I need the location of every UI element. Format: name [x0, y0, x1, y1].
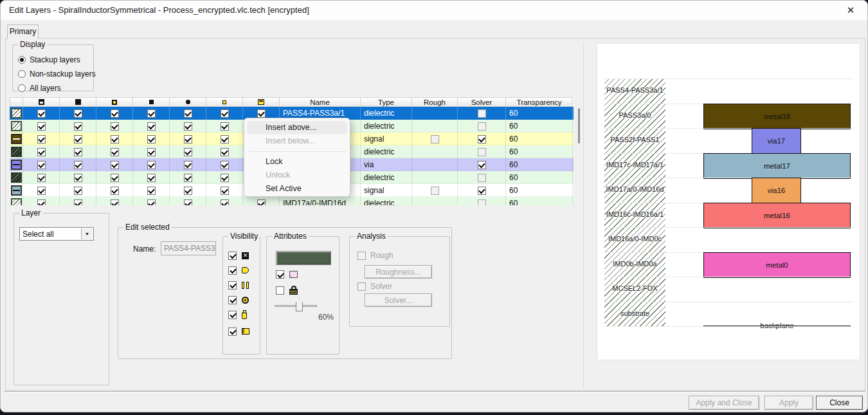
column-header-rough[interactable]: Rough — [412, 97, 458, 107]
transparency-slider-thumb[interactable] — [296, 299, 303, 311]
checkbox[interactable] — [221, 109, 229, 118]
checkbox[interactable] — [221, 122, 229, 131]
solver-checkbox[interactable] — [478, 174, 486, 182]
radio-icon[interactable] — [18, 84, 26, 92]
checkbox[interactable] — [37, 135, 46, 143]
checkbox[interactable] — [221, 174, 229, 182]
checkbox[interactable] — [37, 161, 46, 169]
visibility-checkbox[interactable] — [228, 266, 237, 275]
checkbox[interactable] — [111, 174, 119, 182]
checkbox[interactable] — [74, 122, 82, 131]
checkbox[interactable] — [74, 135, 82, 143]
checkbox[interactable] — [147, 161, 156, 169]
checkbox[interactable] — [147, 148, 156, 156]
menu-item-insert-below---[interactable]: Insert below... — [247, 134, 347, 148]
column-header-type[interactable]: Type — [361, 97, 412, 107]
column-header-yellow-square-icon[interactable] — [206, 97, 243, 107]
checkbox[interactable] — [221, 199, 229, 206]
checkbox[interactable] — [184, 199, 192, 206]
checkbox[interactable] — [37, 109, 46, 118]
chevron-down-icon[interactable]: ▼ — [81, 228, 93, 239]
solver-checkbox[interactable] — [478, 135, 486, 143]
checkbox[interactable] — [221, 187, 229, 195]
solver-checkbox[interactable] — [357, 282, 366, 291]
rough-checkbox[interactable] — [431, 135, 439, 143]
checkbox[interactable] — [221, 148, 229, 156]
checkbox[interactable] — [147, 109, 156, 118]
apply-button[interactable]: Apply — [764, 396, 813, 410]
pattern-checkbox[interactable] — [276, 270, 284, 279]
checkbox[interactable] — [74, 174, 82, 182]
close-icon[interactable]: ✕ — [840, 3, 861, 17]
checkbox[interactable] — [147, 122, 156, 131]
checkbox[interactable] — [111, 122, 119, 131]
checkbox[interactable] — [147, 174, 156, 182]
layer-select-dropdown[interactable]: Select all ▼ — [19, 227, 94, 241]
solver-checkbox[interactable] — [478, 161, 486, 169]
solver-checkbox[interactable] — [478, 187, 486, 195]
checkbox[interactable] — [74, 187, 82, 195]
radio-icon[interactable] — [18, 56, 26, 64]
checkbox[interactable] — [257, 109, 266, 118]
checkbox[interactable] — [111, 161, 119, 169]
visibility-checkbox[interactable] — [228, 296, 237, 304]
solver-checkbox[interactable] — [478, 122, 486, 131]
checkbox[interactable] — [37, 122, 46, 131]
checkbox[interactable] — [184, 109, 192, 118]
menu-item-lock[interactable]: Lock — [247, 155, 347, 169]
checkbox[interactable] — [184, 148, 192, 156]
column-header-solver[interactable]: Solver — [458, 97, 506, 107]
lock-checkbox[interactable] — [276, 286, 284, 295]
column-header-transparency[interactable]: Transparency — [506, 97, 573, 107]
apply-and-close-button[interactable]: Apply and Close — [689, 396, 759, 410]
checkbox[interactable] — [37, 148, 46, 156]
checkbox[interactable] — [184, 135, 192, 143]
solver-checkbox[interactable] — [478, 109, 486, 118]
menu-item-set-active[interactable]: Set Active — [247, 182, 347, 196]
checkbox[interactable] — [74, 109, 82, 118]
checkbox[interactable] — [184, 161, 192, 169]
column-header-shape-visibility-icon[interactable] — [23, 97, 60, 107]
column-header-text-flag-icon[interactable] — [243, 97, 280, 107]
checkbox[interactable] — [37, 187, 46, 195]
solver-button[interactable]: Solver... — [365, 293, 432, 307]
layer-color-button[interactable] — [276, 251, 331, 265]
table-scrollbar-thumb[interactable] — [578, 108, 580, 143]
checkbox[interactable] — [221, 161, 229, 169]
checkbox[interactable] — [111, 109, 119, 118]
visibility-checkbox[interactable] — [228, 327, 237, 336]
column-header-small-square-icon[interactable] — [133, 97, 170, 107]
checkbox[interactable] — [111, 187, 119, 195]
table-row-7[interactable]: IMD17a/0-IMD16ddielectric60 — [10, 197, 574, 205]
checkbox[interactable] — [74, 161, 82, 169]
checkbox[interactable] — [147, 187, 156, 195]
column-header-dot-icon[interactable] — [170, 97, 206, 107]
checkbox[interactable] — [74, 199, 82, 206]
checkbox[interactable] — [37, 174, 46, 182]
visibility-checkbox[interactable] — [228, 311, 237, 319]
menu-item-unlock[interactable]: Unlock — [247, 169, 347, 182]
checkbox[interactable] — [111, 199, 119, 206]
checkbox[interactable] — [184, 174, 192, 182]
radio-icon[interactable] — [18, 70, 26, 78]
checkbox[interactable] — [257, 199, 266, 206]
checkbox[interactable] — [74, 148, 82, 156]
display-option-0[interactable]: Stackup layers — [18, 54, 93, 66]
column-header-name[interactable]: Name — [280, 97, 361, 107]
checkbox[interactable] — [37, 199, 46, 206]
close-button[interactable]: Close — [816, 396, 863, 410]
column-header-solid-square-icon[interactable] — [60, 97, 96, 107]
checkbox[interactable] — [111, 135, 119, 143]
swatch-column-header[interactable] — [10, 97, 23, 107]
solver-checkbox[interactable] — [478, 148, 486, 156]
rough-checkbox[interactable] — [357, 252, 366, 260]
checkbox[interactable] — [221, 135, 229, 143]
checkbox[interactable] — [184, 122, 192, 131]
checkbox[interactable] — [111, 148, 119, 156]
menu-item-insert-above---[interactable]: Insert above... — [247, 121, 347, 134]
checkbox[interactable] — [184, 187, 192, 195]
rough-checkbox[interactable] — [431, 187, 439, 195]
tab-primary[interactable]: Primary — [7, 24, 39, 39]
visibility-checkbox[interactable] — [228, 281, 237, 290]
display-option-2[interactable]: All layers — [18, 82, 93, 94]
